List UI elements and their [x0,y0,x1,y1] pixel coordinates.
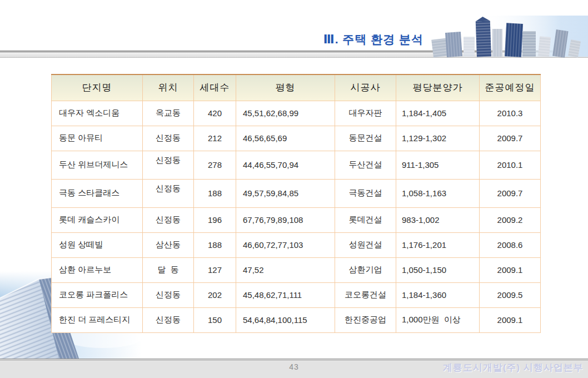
column-header-5: 평당분양가 [396,74,480,101]
apartment-complex-table: 단지명위치세대수평형시공사평당분양가준공예정일 대우자 엑소디움옥교동42045… [51,74,541,333]
table-row: 동문 아뮤티신정동21246,56,65,69동문건설1,129-1,30220… [52,126,541,151]
cell-builder: 동문건설 [335,126,396,151]
cell-size-types: 46,60,72,77,103 [236,232,335,257]
cell-price-per-pyeong: 1,176-1,201 [396,232,480,257]
cell-completion-date: 2009.1 [480,307,541,332]
cell-size-types: 49,57,59,84,85 [236,179,335,207]
cell-completion-date: 2010.1 [480,151,541,179]
cell-location: 신정동 [143,179,194,207]
column-header-1: 위치 [143,74,194,101]
cell-size-types: 45,51,62,68,99 [236,101,335,126]
cell-price-per-pyeong: 1,050-1,150 [396,257,480,282]
cell-complex-name: 롯데 캐슬스카이 [52,207,143,232]
page-title: Ⅲ. 주택 환경 분석 [0,32,423,47]
cell-unit-count: 127 [194,257,236,282]
cell-completion-date: 2009.1 [480,257,541,282]
cell-unit-count: 202 [194,282,236,307]
table-row: 코오롱 파크폴리스신정동20245,48,62,71,111코오롱건설1,184… [52,282,541,307]
company-watermark: 계룡도시개발(주) 시행사업본부 [443,361,584,374]
cell-complex-name: 코오롱 파크폴리스 [52,282,143,307]
cell-unit-count: 188 [194,232,236,257]
cell-location: 삼산동 [143,232,194,257]
cell-unit-count: 212 [194,126,236,151]
table-row: 극동 스타클래스신정동18849,57,59,84,85극동건설1,058-1,… [52,179,541,207]
cell-price-per-pyeong: 1,184-1,405 [396,101,480,126]
cell-complex-name: 두산 위브더제니스 [52,151,143,179]
cell-builder: 대우자판 [335,101,396,126]
cell-completion-date: 2008.6 [480,232,541,257]
table-row: 두산 위브더제니스신정동27844,46,55,70,94두산건설911-1,3… [52,151,541,179]
cell-builder: 한진중공업 [335,307,396,332]
cell-location: 신정동 [143,207,194,232]
cell-completion-date: 2009.7 [480,179,541,207]
cell-location: 신정동 [143,126,194,151]
table-header-row: 단지명위치세대수평형시공사평당분양가준공예정일 [52,74,541,101]
column-header-4: 시공사 [335,74,396,101]
cell-price-per-pyeong: 1,058-1,163 [396,179,480,207]
column-header-3: 평형 [236,74,335,101]
cell-price-per-pyeong: 1,184-1,360 [396,282,480,307]
table-row: 대우자 엑소디움옥교동42045,51,62,68,99대우자판1,184-1,… [52,101,541,126]
cell-location: 신정동 [143,307,194,332]
cell-size-types: 45,48,62,71,111 [236,282,335,307]
cell-unit-count: 420 [194,101,236,126]
cell-completion-date: 2009.2 [480,207,541,232]
cell-size-types: 46,56,65,69 [236,126,335,151]
cell-builder: 코오롱건설 [335,282,396,307]
cell-complex-name: 한진 더 프레스티지 [52,307,143,332]
table-row: 성원 상떼빌삼산동18846,60,72,77,103성원건설1,176-1,2… [52,232,541,257]
cell-price-per-pyeong: 1,129-1,302 [396,126,480,151]
cell-builder: 성원건설 [335,232,396,257]
cell-builder: 삼환기업 [335,257,396,282]
column-header-6: 준공예정일 [480,74,541,101]
cell-unit-count: 150 [194,307,236,332]
table-body: 대우자 엑소디움옥교동42045,51,62,68,99대우자판1,184-1,… [52,101,541,332]
cell-completion-date: 2009.7 [480,126,541,151]
cell-size-types: 54,64,84,100,115 [236,307,335,332]
cell-completion-date: 2009.5 [480,282,541,307]
cell-location: 달 동 [143,257,194,282]
cell-builder: 롯데건설 [335,207,396,232]
cell-location: 옥교동 [143,101,194,126]
cell-complex-name: 동문 아뮤티 [52,126,143,151]
cell-location: 신정동 [143,151,194,179]
cell-unit-count: 188 [194,179,236,207]
cell-size-types: 67,76,79,89,108 [236,207,335,232]
column-header-2: 세대수 [194,74,236,101]
city-skyline-image [429,14,588,58]
cell-unit-count: 196 [194,207,236,232]
cell-complex-name: 대우자 엑소디움 [52,101,143,126]
cell-complex-name: 삼환 아르누보 [52,257,143,282]
column-header-0: 단지명 [52,74,143,101]
cell-builder: 두산건설 [335,151,396,179]
cell-completion-date: 2010.3 [480,101,541,126]
cell-location: 신정동 [143,282,194,307]
cell-size-types: 47,52 [236,257,335,282]
cell-unit-count: 278 [194,151,236,179]
cell-builder: 극동건설 [335,179,396,207]
cell-price-per-pyeong: 911-1,305 [396,151,480,179]
cell-price-per-pyeong: 983-1,002 [396,207,480,232]
cell-price-per-pyeong: 1,000만원 이상 [396,307,480,332]
table-row: 롯데 캐슬스카이신정동19667,76,79,89,108롯데건설983-1,0… [52,207,541,232]
presentation-slide: Ⅲ. 주택 환경 분석 [0,0,588,378]
table-row: 한진 더 프레스티지신정동15054,64,84,100,115한진중공업1,0… [52,307,541,332]
cell-complex-name: 극동 스타클래스 [52,179,143,207]
cell-complex-name: 성원 상떼빌 [52,232,143,257]
cell-size-types: 44,46,55,70,94 [236,151,335,179]
table-row: 삼환 아르누보달 동12747,52삼환기업1,050-1,1502009.1 [52,257,541,282]
